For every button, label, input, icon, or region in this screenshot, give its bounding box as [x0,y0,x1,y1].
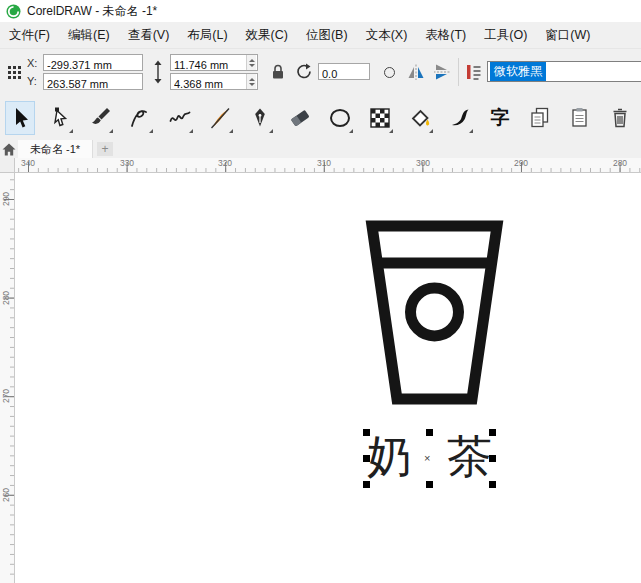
h-ruler-label: 310 [314,158,334,168]
artwork-text-char-2[interactable]: 茶 [447,434,492,479]
h-ruler-label: 330 [117,158,137,168]
canvas[interactable]: 奶 茶 × [15,173,641,583]
text-properties-icon [465,63,483,81]
paint-bucket-icon [408,106,432,130]
shape-tool-button[interactable] [46,102,74,134]
cup-body-outline [372,226,497,399]
horizontal-ruler[interactable]: 340 330 320 310 300 290 280 [15,158,641,173]
copy-button[interactable] [526,102,554,134]
y-coordinate-label: Y: [27,75,37,87]
pen-nib-icon [248,106,272,130]
text-tool-icon: 字 [491,108,510,127]
v-ruler-label: 260 [0,485,12,505]
property-bar: X: Y: [0,48,641,96]
coreldraw-logo-icon [6,4,21,19]
pick-tool-button[interactable] [6,102,34,134]
object-height-field[interactable] [170,73,258,90]
menu-text[interactable]: 文本(X) [357,23,417,48]
rotation-icon [296,63,313,80]
artistic-media-icon [208,106,232,130]
propbar-separator [458,58,459,86]
selection-handle-middle-left[interactable] [363,455,370,462]
paintbrush-icon [88,106,112,130]
selection-handle-bottom-middle[interactable] [426,481,433,488]
eraser-icon [288,106,312,130]
width-spinner[interactable] [246,55,256,70]
smudge-tool-button[interactable] [446,102,474,134]
twirl-curve-icon [128,106,152,130]
mirror-horizontal-button[interactable] [404,57,428,87]
menu-view[interactable]: 查看(V) [119,23,179,48]
menu-table[interactable]: 表格(T) [416,23,475,48]
twirl-tool-button[interactable] [126,102,154,134]
text-properties-button[interactable] [462,57,486,87]
pattern-fill-tool-button[interactable] [366,102,394,134]
h-ruler-label: 280 [610,158,630,168]
x-coordinate-field[interactable] [43,54,143,71]
cup-logo-circle [411,288,459,336]
mirror-vertical-icon [432,62,452,82]
paste-button[interactable] [566,102,594,134]
milk-tea-cup-drawing[interactable] [15,173,641,583]
rotation-angle-field[interactable] [318,63,370,80]
selection-handle-top-right[interactable] [489,429,496,436]
h-ruler-label: 300 [413,158,433,168]
trash-icon [608,106,632,130]
smudge-swoosh-icon [448,106,472,130]
freehand-tool-button[interactable] [166,102,194,134]
v-ruler-label: 280 [0,288,12,308]
selection-handle-bottom-left[interactable] [363,481,370,488]
checkerboard-icon [368,106,392,130]
menu-file[interactable]: 文件(F) [0,23,59,48]
menu-window[interactable]: 窗口(W) [536,23,599,48]
ruler-corner [0,158,15,173]
document-tab-active[interactable]: 未命名 -1* [18,140,93,158]
eraser-tool-button[interactable] [286,102,314,134]
x-coordinate-label: X: [27,57,37,69]
title-bar: CorelDRAW - 未命名 -1* [0,0,641,22]
artwork-text-char-1[interactable]: 奶 [367,434,412,479]
vertical-ruler[interactable]: 290 280 270 260 [0,173,15,583]
menu-effects[interactable]: 效果(C) [237,23,297,48]
selection-center-marker[interactable]: × [424,453,430,464]
window-title: CorelDRAW - 未命名 -1* [27,3,157,20]
text-tool-button[interactable]: 字 [486,102,514,134]
menu-bitmaps[interactable]: 位图(B) [297,23,357,48]
home-tab-button[interactable] [0,141,18,157]
y-coordinate-field[interactable] [43,73,143,90]
lock-ratio-button[interactable] [266,57,290,87]
h-ruler-label: 290 [511,158,531,168]
selection-handle-bottom-right[interactable] [489,481,496,488]
copy-icon [528,106,552,130]
document-tab-bar: 未命名 -1* + [0,140,641,160]
mirror-horizontal-icon [406,62,426,82]
selection-handle-top-left[interactable] [363,429,370,436]
object-size-icon [152,60,164,84]
selection-handle-middle-right[interactable] [489,455,496,462]
paste-icon [568,106,592,130]
paint-tool-button[interactable] [86,102,114,134]
font-list-dropdown[interactable]: 微软雅黑 [487,61,641,82]
selected-font-name: 微软雅黑 [490,62,546,81]
menu-tools[interactable]: 工具(O) [475,23,536,48]
new-document-tab-button[interactable]: + [97,142,113,156]
object-position-icon [8,66,21,79]
ellipse-icon [328,106,352,130]
toolbox: 字 [0,95,641,141]
smart-fill-tool-button[interactable] [406,102,434,134]
height-spinner[interactable] [246,74,256,89]
v-ruler-label: 290 [0,189,12,209]
lock-icon [270,63,286,81]
shape-edit-icon [48,106,72,130]
delete-button[interactable] [606,102,634,134]
object-width-field[interactable] [170,54,258,71]
h-ruler-label: 340 [18,158,38,168]
pen-tool-button[interactable] [246,102,274,134]
menu-layout[interactable]: 布局(L) [178,23,236,48]
menu-edit[interactable]: 编辑(E) [59,23,119,48]
mirror-vertical-button[interactable] [430,57,454,87]
ellipse-tool-button[interactable] [326,102,354,134]
artistic-media-tool-button[interactable] [206,102,234,134]
selection-handle-top-middle[interactable] [426,429,433,436]
h-ruler-label: 320 [215,158,235,168]
